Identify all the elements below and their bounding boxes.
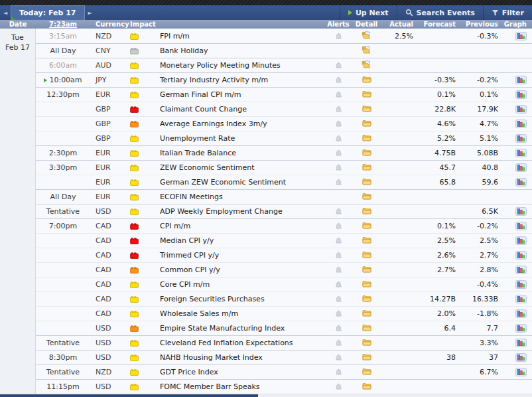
graph-icon[interactable] [515,339,527,347]
event-title[interactable]: Median CPI y/y [158,236,325,245]
event-title[interactable]: German Final CPI m/m [158,90,325,99]
detail-folder-icon[interactable] [362,295,371,304]
graph-icon[interactable] [515,163,527,172]
detail-folder-icon[interactable] [362,236,371,246]
detail-folder-icon[interactable] [362,382,371,392]
detail-folder-icon[interactable] [362,119,371,129]
graph-icon[interactable] [515,32,527,40]
event-title[interactable]: Bank Holiday [158,46,325,55]
alert-bell-icon[interactable] [335,237,342,245]
graph-icon[interactable] [515,76,527,84]
event-title[interactable]: FOMC Member Barr Speaks [158,382,325,391]
graph-icon[interactable] [515,324,527,333]
filter-button[interactable]: Filter [483,5,532,20]
detail-folder-icon[interactable] [362,60,371,70]
detail-folder-icon[interactable] [362,90,371,100]
alert-bell-icon[interactable] [335,76,342,84]
event-title[interactable]: ZEW Economic Sentiment [158,163,325,172]
alert-bell-icon[interactable] [335,325,342,333]
event-title[interactable]: Average Earnings Index 3m/y [158,119,325,128]
alert-bell-icon[interactable] [335,164,342,172]
event-title[interactable]: ADP Weekly Employment Change [158,207,325,216]
event-title[interactable]: Cleveland Fed Inflation Expectations [158,339,325,347]
event-title[interactable]: German ZEW Economic Sentiment [158,178,325,187]
alert-bell-icon[interactable] [335,266,342,274]
event-title[interactable]: Monetary Policy Meeting Minutes [158,61,325,70]
event-title[interactable]: Italian Trade Balance [158,149,325,157]
detail-folder-icon[interactable] [362,368,371,377]
today-tab[interactable]: Today: Feb 17 [11,5,85,20]
event-title[interactable]: Unemployment Rate [158,134,325,143]
graph-icon[interactable] [515,251,527,260]
detail-folder-icon[interactable] [362,46,371,56]
graph-icon[interactable] [515,119,527,128]
graph-icon[interactable] [515,368,527,376]
graph-icon[interactable] [515,295,527,303]
event-title[interactable]: Empire State Manufacturing Index [158,324,325,333]
alert-bell-icon[interactable] [335,120,342,128]
detail-folder-icon[interactable] [362,31,371,41]
alert-bell-icon[interactable] [335,135,342,143]
detail-folder-icon[interactable] [362,309,371,319]
alert-bell-icon[interactable] [335,339,342,347]
event-title[interactable]: Trimmed CPI y/y [158,251,325,260]
event-title[interactable]: CPI m/m [158,222,325,230]
graph-icon[interactable] [515,149,527,157]
detail-folder-icon[interactable] [362,222,371,231]
event-title[interactable]: NAHB Housing Market Index [158,353,325,362]
alert-bell-icon[interactable] [335,208,342,216]
graph-icon[interactable] [515,178,527,187]
alert-bell-icon[interactable] [335,252,342,260]
event-title[interactable]: ECOFIN Meetings [158,193,325,201]
alert-bell-icon[interactable] [335,354,342,362]
search-events-button[interactable]: Search Events [397,5,483,20]
alert-bell-icon[interactable] [335,383,342,391]
graph-icon[interactable] [515,105,527,114]
event-title[interactable]: GDT Price Index [158,368,325,376]
detail-folder-icon[interactable] [362,134,371,143]
event-title[interactable]: Core CPI m/m [158,280,325,289]
detail-folder-icon[interactable] [362,105,371,114]
alert-bell-icon[interactable] [335,33,342,40]
graph-icon[interactable] [515,309,527,318]
next-day-button[interactable]: ► [85,5,96,20]
graph-icon[interactable] [515,90,527,99]
alert-bell-icon[interactable] [335,295,342,303]
prev-day-button[interactable]: ◄ [0,5,11,20]
detail-folder-icon[interactable] [362,251,371,260]
event-title[interactable]: Foreign Securities Purchases [158,295,325,303]
graph-icon[interactable] [515,266,527,274]
graph-icon[interactable] [515,353,527,362]
detail-folder-icon[interactable] [362,149,371,158]
event-title[interactable]: Claimant Count Change [158,105,325,114]
event-title[interactable]: FPI m/m [158,32,325,40]
graph-icon[interactable] [515,236,527,245]
detail-folder-icon[interactable] [362,353,371,362]
detail-folder-icon[interactable] [362,207,371,216]
up-next-button[interactable]: Up Next [340,5,397,20]
detail-folder-icon[interactable] [362,266,371,275]
detail-folder-icon[interactable] [362,280,371,289]
graph-icon[interactable] [515,134,527,143]
alert-bell-icon[interactable] [335,62,342,70]
event-title[interactable]: Wholesale Sales m/m [158,309,325,318]
alert-bell-icon[interactable] [335,179,342,187]
graph-icon[interactable] [515,280,527,289]
graph-icon[interactable] [515,207,527,216]
alert-bell-icon[interactable] [335,106,342,114]
alert-bell-icon[interactable] [335,149,342,157]
detail-folder-icon[interactable] [362,324,371,333]
alert-bell-icon[interactable] [335,91,342,99]
detail-folder-icon[interactable] [362,178,371,187]
event-title[interactable]: Common CPI y/y [158,266,325,274]
detail-folder-icon[interactable] [362,193,371,202]
alert-bell-icon[interactable] [335,222,342,230]
event-title[interactable]: Tertiary Industry Activity m/m [158,76,325,84]
alert-bell-icon[interactable] [335,368,342,376]
current-time-link[interactable]: 7:23am [49,21,77,28]
detail-folder-icon[interactable] [362,163,371,173]
graph-icon[interactable] [515,222,527,230]
alert-bell-icon[interactable] [335,281,342,289]
alert-bell-icon[interactable] [335,310,342,318]
detail-folder-icon[interactable] [362,339,371,348]
